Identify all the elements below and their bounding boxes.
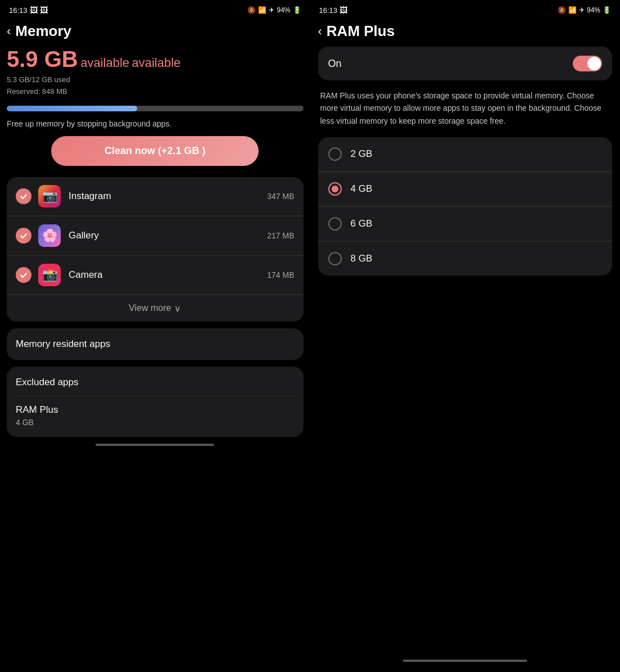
scroll-indicator-left: [96, 444, 214, 446]
options-card: 2 GB 4 GB 6 GB 8 GB: [318, 137, 613, 276]
ram-plus-title: RAM Plus: [16, 404, 295, 416]
option-8gb[interactable]: 8 GB: [318, 242, 613, 276]
back-arrow-right[interactable]: ‹: [318, 24, 322, 39]
status-bar-left: 16:13 🖼 🖼 🔕 📶 ✈ 94% 🔋: [0, 0, 310, 18]
option-6gb[interactable]: 6 GB: [318, 207, 613, 241]
instagram-icon: 📷: [38, 185, 61, 208]
used-text: 5.3 GB/12 GB used: [7, 75, 70, 84]
app-row-instagram[interactable]: 📷 Instagram 347 MB: [7, 177, 304, 216]
radio-4gb[interactable]: [328, 182, 342, 196]
photo-icon: 🖼: [30, 6, 38, 15]
signal-icon: 📶: [258, 6, 266, 14]
toggle-knob: [587, 57, 601, 70]
memory-gb: 5.9 GB: [7, 47, 78, 71]
ram-plus-row[interactable]: RAM Plus 4 GB: [16, 396, 295, 427]
view-more-label: View more: [129, 303, 171, 313]
mute-icon: 🔕: [247, 6, 256, 14]
back-header-left[interactable]: ‹ Memory: [7, 18, 304, 47]
apps-card: 📷 Instagram 347 MB 🌸 Gallery 217 MB: [7, 177, 304, 322]
memory-progress-fill: [7, 106, 137, 111]
memory-progress-bar: [7, 106, 304, 111]
app-size-camera: 174 MB: [267, 270, 294, 279]
memory-avail: available: [80, 56, 129, 70]
option-label-2gb: 2 GB: [351, 148, 373, 160]
ram-plus-description: RAM Plus uses your phone's storage space…: [318, 89, 613, 127]
signal-icon-r: 📶: [568, 6, 577, 14]
ram-plus-subtitle: 4 GB: [16, 418, 295, 427]
gallery-icon: 🌸: [38, 224, 61, 247]
radio-8gb[interactable]: [328, 252, 342, 265]
camera-icon: 📸: [38, 264, 61, 286]
toggle-label: On: [328, 58, 342, 70]
check-instagram[interactable]: [16, 188, 31, 204]
photo-icon-r: 🖼: [340, 6, 347, 15]
check-camera[interactable]: [16, 267, 31, 283]
memory-amount: 5.9 GB available available: [7, 47, 304, 72]
battery-icon-left: 🔋: [293, 6, 301, 14]
photo-icon2: 🖼: [40, 6, 48, 15]
airplane-icon-r: ✈: [579, 6, 585, 14]
excluded-apps-title: Excluded apps: [16, 377, 79, 387]
app-row-gallery[interactable]: 🌸 Gallery 217 MB: [7, 217, 304, 255]
app-size-instagram: 347 MB: [267, 192, 294, 201]
back-header-right[interactable]: ‹ RAM Plus: [318, 18, 613, 47]
clean-button[interactable]: Clean now (+2.1 GB ): [51, 136, 259, 166]
memory-resident-title: Memory resident apps: [16, 339, 110, 349]
airplane-icon: ✈: [269, 6, 274, 14]
radio-6gb[interactable]: [328, 217, 342, 231]
battery-left: 94%: [277, 6, 290, 14]
app-row-camera[interactable]: 📸 Camera 174 MB: [7, 256, 304, 295]
app-size-gallery: 217 MB: [267, 231, 294, 240]
page-title-right: RAM Plus: [327, 22, 395, 40]
left-phone-panel: 16:13 🖼 🖼 🔕 📶 ✈ 94% 🔋 ‹ Memory 5.9 GB av…: [0, 0, 310, 672]
toggle-card: On: [318, 47, 613, 80]
mute-icon-r: 🔕: [558, 6, 566, 14]
view-more-row[interactable]: View more ∨: [7, 295, 304, 322]
time-right: 16:13: [319, 6, 338, 15]
status-bar-right: 16:13 🖼 🔕 📶 ✈ 94% 🔋: [310, 0, 621, 18]
chevron-down-icon: ∨: [174, 303, 181, 314]
radio-2gb[interactable]: [328, 147, 342, 161]
memory-avail-label: available: [132, 56, 180, 70]
battery-right: 94%: [587, 6, 600, 14]
left-content: ‹ Memory 5.9 GB available available 5.3 …: [0, 18, 310, 672]
right-content: ‹ RAM Plus On RAM Plus uses your phone's…: [310, 18, 621, 672]
reserved-text: Reserved: 848 MB: [7, 87, 67, 96]
toggle-switch[interactable]: [573, 56, 602, 71]
excluded-apps-row[interactable]: Excluded apps: [16, 377, 295, 396]
memory-resident-section[interactable]: Memory resident apps: [7, 328, 304, 360]
option-label-6gb: 6 GB: [351, 218, 373, 229]
battery-icon-right: 🔋: [603, 6, 611, 14]
option-4gb[interactable]: 4 GB: [318, 172, 613, 206]
option-label-8gb: 8 GB: [351, 253, 373, 264]
bottom-options-card: Excluded apps RAM Plus 4 GB: [7, 367, 304, 437]
back-arrow-left[interactable]: ‹: [7, 24, 11, 39]
app-name-instagram: Instagram: [69, 191, 267, 202]
page-title-left: Memory: [15, 22, 71, 40]
option-label-4gb: 4 GB: [351, 183, 373, 195]
right-phone-panel: 16:13 🖼 🔕 📶 ✈ 94% 🔋 ‹ RAM Plus On RAM Pl…: [310, 0, 621, 672]
app-name-camera: Camera: [69, 269, 267, 281]
memory-stats: 5.3 GB/12 GB used Reserved: 848 MB: [7, 74, 304, 98]
time-left: 16:13: [9, 6, 28, 15]
scroll-indicator-right: [403, 660, 527, 662]
free-up-text: Free up memory by stopping background ap…: [7, 119, 304, 128]
check-gallery[interactable]: [16, 228, 31, 243]
app-name-gallery: Gallery: [69, 230, 267, 241]
radio-inner-4gb: [332, 186, 338, 192]
option-2gb[interactable]: 2 GB: [318, 137, 613, 172]
